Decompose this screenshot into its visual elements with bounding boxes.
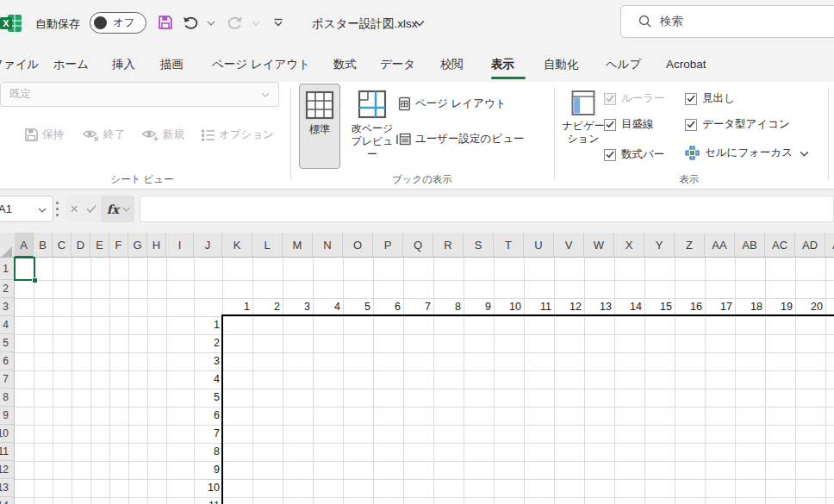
- design-top-number-18[interactable]: 18: [735, 298, 762, 316]
- column-header-D[interactable]: D: [72, 233, 90, 258]
- fill-handle[interactable]: [32, 277, 38, 283]
- tab-data[interactable]: データ: [380, 47, 415, 82]
- formula-bar-resize-handle[interactable]: [56, 202, 59, 216]
- document-title[interactable]: ポスター設計図.xlsx: [312, 0, 417, 47]
- row-header-7[interactable]: 7: [0, 370, 15, 389]
- design-top-number-4[interactable]: 4: [313, 298, 340, 316]
- design-side-number-10[interactable]: 10: [194, 479, 220, 497]
- tab-page-layout[interactable]: ページ レイアウト: [212, 47, 310, 82]
- column-header-AE[interactable]: AE: [825, 233, 834, 258]
- tab-acrobat[interactable]: Acrobat: [666, 47, 706, 82]
- column-header-AC[interactable]: AC: [765, 233, 795, 258]
- row-header-2[interactable]: 2: [0, 280, 15, 298]
- row-header-6[interactable]: 6: [0, 352, 15, 370]
- design-top-number-6[interactable]: 6: [373, 298, 401, 316]
- headings-checkbox[interactable]: 見出し: [685, 91, 735, 106]
- design-side-number-9[interactable]: 9: [194, 461, 220, 479]
- design-top-number-19[interactable]: 19: [765, 298, 793, 316]
- row-header-14[interactable]: 14: [0, 497, 15, 504]
- column-header-W[interactable]: W: [584, 233, 614, 258]
- row-header-11[interactable]: 11: [0, 443, 15, 461]
- qat-overflow-icon[interactable]: [273, 18, 283, 28]
- design-side-number-11[interactable]: 11: [194, 497, 220, 504]
- focus-cell-dropdown-icon[interactable]: [800, 151, 809, 157]
- column-header-I[interactable]: I: [166, 233, 194, 258]
- column-header-E[interactable]: E: [90, 233, 109, 258]
- design-top-number-9[interactable]: 9: [464, 298, 491, 316]
- row-header-4[interactable]: 4: [0, 316, 15, 334]
- undo-icon[interactable]: [183, 16, 200, 30]
- save-icon[interactable]: [158, 15, 173, 30]
- formula-input[interactable]: [140, 196, 834, 222]
- column-header-A[interactable]: A: [15, 233, 34, 258]
- design-top-number-8[interactable]: 8: [433, 298, 461, 316]
- design-top-number-7[interactable]: 7: [403, 298, 431, 316]
- autosave-toggle[interactable]: オフ: [90, 12, 146, 34]
- column-header-Y[interactable]: Y: [644, 233, 675, 258]
- column-header-J[interactable]: J: [194, 233, 222, 258]
- tab-home[interactable]: ホーム: [53, 47, 89, 82]
- design-top-number-13[interactable]: 13: [584, 298, 612, 316]
- title-dropdown-icon[interactable]: [414, 20, 425, 27]
- column-header-P[interactable]: P: [373, 233, 403, 258]
- tab-file[interactable]: ファイル: [0, 47, 39, 82]
- column-header-Q[interactable]: Q: [403, 233, 433, 258]
- tab-review[interactable]: 校閲: [440, 47, 464, 82]
- tab-draw[interactable]: 描画: [160, 47, 184, 82]
- column-header-U[interactable]: U: [524, 233, 554, 258]
- design-side-number-8[interactable]: 8: [194, 443, 220, 461]
- tab-help[interactable]: ヘルプ: [606, 47, 641, 82]
- tab-insert[interactable]: 挿入: [112, 47, 135, 82]
- normal-view-button[interactable]: 標準: [299, 84, 340, 169]
- column-header-Z[interactable]: Z: [675, 233, 705, 258]
- tab-formulas[interactable]: 数式: [333, 47, 357, 82]
- design-side-number-4[interactable]: 4: [194, 370, 220, 389]
- design-side-number-5[interactable]: 5: [194, 389, 220, 407]
- column-header-C[interactable]: C: [53, 233, 72, 258]
- design-top-number-11[interactable]: 11: [524, 298, 551, 316]
- focus-cell-button[interactable]: セルにフォーカス: [685, 146, 793, 160]
- column-header-O[interactable]: O: [343, 233, 373, 258]
- column-header-K[interactable]: K: [222, 233, 252, 258]
- row-header-8[interactable]: 8: [0, 389, 15, 407]
- column-header-B[interactable]: B: [34, 233, 53, 258]
- column-header-R[interactable]: R: [433, 233, 464, 258]
- name-box[interactable]: A1: [0, 196, 53, 222]
- design-top-number-5[interactable]: 5: [343, 298, 370, 316]
- row-header-12[interactable]: 12: [0, 461, 15, 479]
- column-header-F[interactable]: F: [109, 233, 128, 258]
- search-box[interactable]: 検索: [620, 5, 834, 38]
- design-side-number-7[interactable]: 7: [194, 425, 220, 443]
- undo-dropdown-icon[interactable]: [207, 21, 215, 26]
- column-header-V[interactable]: V: [554, 233, 584, 258]
- column-header-H[interactable]: H: [147, 233, 166, 258]
- column-header-T[interactable]: T: [494, 233, 524, 258]
- row-header-9[interactable]: 9: [0, 407, 15, 425]
- design-top-number-17[interactable]: 17: [705, 298, 732, 316]
- column-header-X[interactable]: X: [614, 233, 644, 258]
- name-box-dropdown-icon[interactable]: [38, 208, 47, 213]
- select-all-corner[interactable]: [2, 246, 12, 257]
- row-header-5[interactable]: 5: [0, 334, 15, 352]
- design-top-number-14[interactable]: 14: [614, 298, 642, 316]
- column-header-M[interactable]: M: [283, 233, 313, 258]
- design-top-number-10[interactable]: 10: [494, 298, 521, 316]
- design-side-number-6[interactable]: 6: [194, 407, 220, 425]
- design-top-number-3[interactable]: 3: [283, 298, 310, 316]
- design-top-number-12[interactable]: 12: [554, 298, 582, 316]
- gridlines-checkbox[interactable]: 目盛線: [604, 117, 654, 132]
- column-header-AD[interactable]: AD: [795, 233, 825, 258]
- design-top-number-20[interactable]: 20: [795, 298, 823, 316]
- design-top-number-16[interactable]: 16: [675, 298, 702, 316]
- row-header-13[interactable]: 13: [0, 479, 15, 497]
- design-top-number-15[interactable]: 15: [644, 298, 672, 316]
- design-side-number-2[interactable]: 2: [194, 334, 220, 352]
- column-header-AB[interactable]: AB: [735, 233, 765, 258]
- design-top-number-2[interactable]: 2: [252, 298, 280, 316]
- insert-function-button[interactable]: fx: [101, 196, 134, 222]
- design-side-number-1[interactable]: 1: [194, 316, 220, 334]
- navigation-button[interactable]: ナビゲーション: [560, 84, 607, 169]
- row-header-1[interactable]: 1: [0, 258, 15, 280]
- column-header-G[interactable]: G: [128, 233, 147, 258]
- row-header-3[interactable]: 3: [0, 298, 15, 316]
